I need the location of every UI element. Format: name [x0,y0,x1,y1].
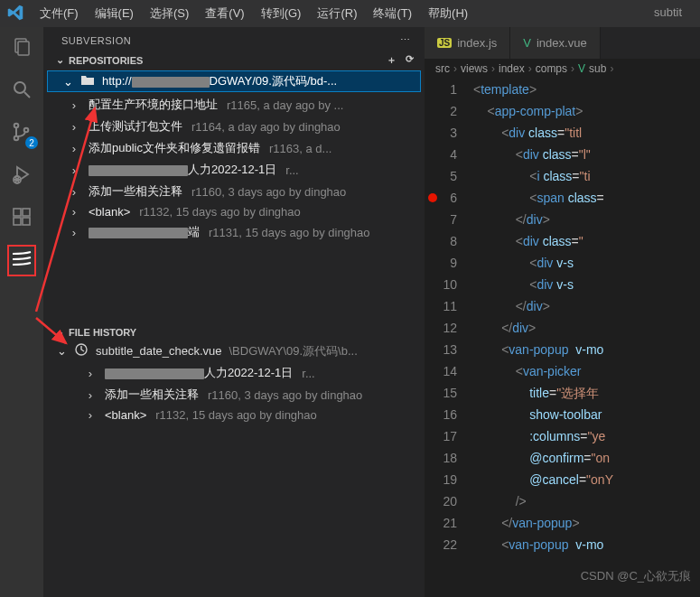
line-number[interactable]: 5 [425,165,457,187]
line-number[interactable]: 11 [425,295,457,317]
line-number[interactable]: 22 [425,534,457,555]
run-debug-icon[interactable] [11,163,33,188]
line-number[interactable]: 8 [425,230,457,252]
gutter[interactable]: 12345678910111213141516171819202122 [425,79,473,555]
code-line[interactable]: <span class= [473,187,700,209]
line-number[interactable]: 15 [425,382,457,404]
line-number[interactable]: 3 [425,122,457,144]
line-number[interactable]: 2 [425,100,457,122]
commit-message: 配置生产环境的接口地址 [89,97,218,113]
chevron-down-icon: ⌄ [56,344,67,358]
code-lines[interactable]: <template> <app-comp-plat> <div class="t… [473,79,700,555]
source-control-icon[interactable]: 2 [11,121,33,145]
svg-point-2 [14,82,25,93]
code-line[interactable]: <template> [473,79,700,100]
code-line[interactable]: <van-popup v-mo [473,339,700,360]
code-line[interactable]: </van-popup> [473,512,700,534]
chevron-right-icon: › [85,388,96,402]
breadcrumb-item[interactable]: views [461,62,488,75]
svg-point-6 [24,128,29,133]
commit-row[interactable]: ›端r1131, 15 days ago by dinghao [43,221,425,243]
menu-item[interactable]: 查看(V) [198,2,251,25]
menu-item[interactable]: 文件(F) [33,2,86,25]
code-line[interactable]: <van-popup v-mo [473,534,700,555]
code-line[interactable]: </div> [473,295,700,317]
code-line[interactable]: <div class="l" [473,144,700,165]
line-number[interactable]: 19 [425,469,457,490]
code-line[interactable]: <i class="ti [473,165,700,187]
code-line[interactable]: @cancel="onY [473,469,700,490]
line-number[interactable]: 7 [425,209,457,230]
repositories-label: REPOSITORIES [69,55,143,66]
breadcrumb-item[interactable]: index [499,62,525,75]
file-history-header[interactable]: ⌄ FILE HISTORY [43,324,425,340]
code-line[interactable]: </div> [473,317,700,339]
menu-item[interactable]: 帮助(H) [421,2,475,25]
chevron-right-icon: › [491,62,495,75]
menu-item[interactable]: 编辑(E) [88,2,141,25]
editor-tab[interactable]: Vindex.vue [510,27,600,59]
code-line[interactable]: /> [473,490,700,512]
line-number[interactable]: 14 [425,360,457,382]
menu-item[interactable]: 运行(R) [310,2,364,25]
breakpoint-icon[interactable] [428,193,437,202]
repo-row[interactable]: ⌄ http://DGWAY/09.源代码/bd-... [47,70,421,92]
menu-item[interactable]: 转到(G) [254,2,309,25]
refresh-icon[interactable]: ⟳ [406,53,414,67]
code-line[interactable]: <van-picker [473,360,700,382]
code-line[interactable]: @confirm="on [473,447,700,469]
commit-row[interactable]: ›人力2022-12-1日r... [43,159,425,181]
explorer-icon[interactable] [11,36,33,61]
breadcrumb-item[interactable]: comps [536,62,567,75]
breadcrumb-item[interactable]: src [435,62,450,75]
editor-area: JSindex.jsVindex.vue src›views›index›com… [425,27,700,597]
commit-row[interactable]: ›添加一些相关注释r1160, 3 days ago by dinghao [43,181,425,202]
breadcrumbs[interactable]: src›views›index›comps›Vsub› [425,59,700,79]
line-number[interactable]: 21 [425,512,457,534]
commit-row[interactable]: ›配置生产环境的接口地址r1165, a day ago by ... [43,94,425,116]
line-number[interactable]: 13 [425,339,457,360]
commit-row[interactable]: ›人力2022-12-1日r... [43,362,425,384]
code-line[interactable]: <div v-s [473,252,700,274]
menu-item[interactable]: 终端(T) [366,2,419,25]
line-number[interactable]: 4 [425,144,457,165]
code-line[interactable]: :columns="ye [473,425,700,447]
line-number[interactable]: 17 [425,425,457,447]
commit-row[interactable]: ›<blank>r1132, 15 days ago by dinghao [43,406,425,424]
line-number[interactable]: 16 [425,404,457,425]
chevron-right-icon: › [69,205,79,219]
line-number[interactable]: 10 [425,274,457,295]
commit-row[interactable]: ›添加public文件夹和修复遗留报错r1163, a d... [43,137,425,159]
svg-point-5 [14,136,19,141]
line-number[interactable]: 12 [425,317,457,339]
chevron-right-icon: › [453,62,457,75]
extensions-icon[interactable] [11,206,33,230]
code-line[interactable]: title="选择年 [473,382,700,404]
line-number[interactable]: 18 [425,447,457,469]
menu-item[interactable]: 选择(S) [143,2,196,25]
more-icon[interactable]: ⋯ [400,34,410,46]
code-line[interactable]: <div class="titl [473,122,700,144]
line-number[interactable]: 1 [425,79,457,100]
line-number[interactable]: 9 [425,252,457,274]
commit-row[interactable]: ›上传测试打包文件r1164, a day ago by dinghao [43,116,425,137]
breadcrumb-item[interactable]: sub [589,62,606,75]
commit-row[interactable]: ›添加一些相关注释r1160, 3 days ago by dinghao [43,384,425,406]
file-history-file-row[interactable]: ⌄ subtitle_date_check.vue \BDGWAY\09.源代码… [43,340,425,362]
search-icon[interactable] [11,79,33,103]
activity-bar: 2 [0,27,43,597]
code-line[interactable]: </div> [473,209,700,230]
editor-tab[interactable]: JSindex.js [425,27,510,59]
commit-meta: r1131, 15 days ago by dinghao [209,226,370,239]
code-line[interactable]: <div v-s [473,274,700,295]
repositories-header[interactable]: ⌄ REPOSITORIES ＋ ⟳ [43,51,425,69]
commit-row[interactable]: ›<blank>r1132, 15 days ago by dinghao [43,202,425,221]
code-line[interactable]: show-toolbar [473,404,700,425]
window-title: subtit [654,5,682,19]
subversion-icon[interactable] [7,248,36,276]
code-line[interactable]: <app-comp-plat> [473,100,700,122]
code-line[interactable]: <div class=" [473,230,700,252]
file-icon [74,342,89,359]
add-icon[interactable]: ＋ [387,53,397,67]
line-number[interactable]: 20 [425,490,457,512]
